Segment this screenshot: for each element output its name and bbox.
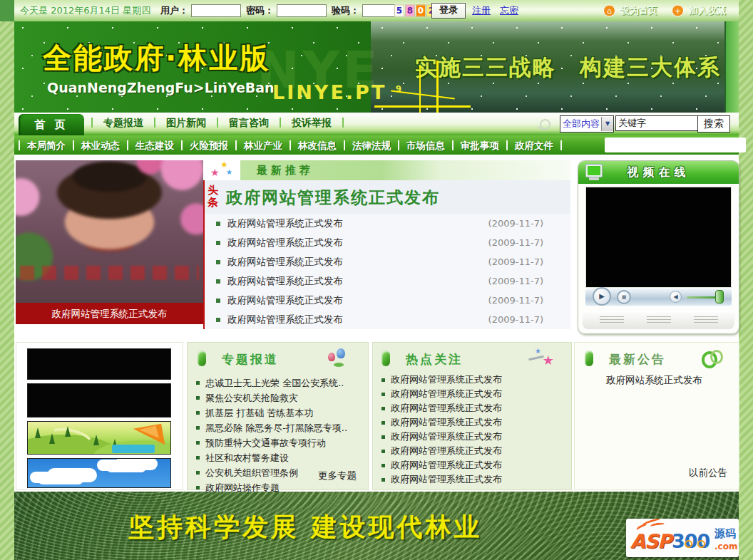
register-link[interactable]: 注册 — [472, 4, 491, 17]
nav-item-laws[interactable]: 法律法规 — [344, 140, 398, 150]
nav-item-message-consult[interactable]: 留言咨询 — [217, 118, 280, 128]
corner-block — [0, 0, 14, 21]
bullet-icon — [216, 318, 220, 322]
nav-item-approval[interactable]: 审批事项 — [452, 140, 506, 150]
asp300-cn: 源码 — [714, 527, 736, 541]
more-topics-link[interactable]: 更多专题 — [318, 470, 357, 482]
headline-tag: 头条 — [207, 185, 219, 209]
ad-banner-black-2[interactable] — [27, 383, 171, 418]
deco-line — [374, 105, 471, 108]
current-date: 今天是 2012年6月14日 星期四 — [20, 4, 150, 17]
hot-item[interactable]: 政府网站管理系统正式发布 — [381, 387, 565, 401]
bullet-icon — [196, 426, 200, 430]
ad-banner-sky[interactable] — [27, 458, 171, 488]
secondary-nav: 本局简介 林业动态 生态建设 火险预报 林业产业 林改信息 法律法规 市场信息 … — [14, 135, 739, 155]
hot-item[interactable]: 政府网站管理系统正式发布 — [381, 458, 565, 472]
topic-item[interactable]: 黑恶必除 除恶务尽-打黑除恶专项.. — [196, 420, 362, 435]
hot-item[interactable]: 政府网站管理系统正式发布 — [381, 472, 565, 487]
hot-item[interactable]: 政府网站管理系统正式发布 — [381, 415, 565, 430]
play-button[interactable]: ▶ — [593, 287, 611, 306]
nav-item-fire-forecast[interactable]: 火险预报 — [181, 140, 235, 150]
topic-item[interactable]: 聚焦公安机关抢险救灾 — [196, 390, 362, 405]
ring-icon — [697, 540, 705, 548]
hot-item[interactable]: 政府网站管理系统正式发布 — [381, 444, 565, 458]
username-label: 用户： — [160, 4, 188, 17]
nav-item-forestry-news[interactable]: 林业动态 — [73, 140, 127, 150]
stop-button[interactable]: ■ — [617, 290, 631, 304]
hot-focus-panel: 热点关注 ★★ 政府网站管理系统正式发布 政府网站管理系统正式发布 政府网站管理… — [372, 342, 572, 490]
notice-item[interactable]: 政府网站系统正式发布 — [606, 374, 702, 387]
pill-icon — [585, 351, 593, 366]
nav-item-ecology[interactable]: 生态建设 — [127, 140, 181, 150]
news-item[interactable]: 政府网站管理系统正式发布(2009-11-7) — [205, 233, 570, 252]
hot-focus-header: 热点关注 ★★ — [373, 350, 571, 370]
hot-item[interactable]: 政府网站管理系统正式发布 — [381, 401, 565, 415]
username-input[interactable] — [191, 4, 241, 17]
news-item[interactable]: 政府网站管理系统正式发布(2009-11-7) — [205, 271, 570, 291]
set-home-link[interactable]: 设为首页 — [620, 4, 657, 17]
captcha-digit: 5 — [394, 5, 404, 17]
topic-item[interactable]: 忠诚卫士无上光荣 全国公安系统.. — [196, 375, 362, 390]
panel-title: 专题报道 — [222, 351, 279, 368]
news-item[interactable]: 政府网站管理系统正式发布(2009-11-7) — [205, 214, 570, 233]
ad-banner-black-1[interactable] — [27, 348, 171, 380]
forgot-password-link[interactable]: 忘密 — [500, 4, 518, 17]
nav-item-special-reports[interactable]: 专题报道 — [91, 118, 154, 128]
search-category-select[interactable]: 全部内容 ▼ — [560, 115, 614, 133]
bullet-icon — [196, 471, 200, 475]
nav-item-market-info[interactable]: 市场信息 — [398, 140, 452, 150]
tree-icon — [65, 426, 71, 437]
topic-item[interactable]: 社区和农村警务建设 — [196, 450, 362, 465]
ad-banner-cartoon[interactable] — [27, 421, 171, 455]
asp300-watermark: ASP 300 源码 .com — [626, 519, 739, 557]
add-favorite-link[interactable]: 加入收藏 — [689, 4, 726, 17]
news-item[interactable]: 政府网站管理系统正式发布(2009-11-7) — [205, 291, 570, 310]
hot-list: 政府网站管理系统正式发布 政府网站管理系统正式发布 政府网站管理系统正式发布 政… — [381, 373, 565, 487]
nav-item-bureau-intro[interactable]: 本局简介 — [19, 140, 73, 150]
forestry-portal-page: 今天是 2012年6月14日 星期四 用户： 密码： 验码： 5 8 0 2 登… — [0, 0, 753, 560]
panel-title: 最新推荐 — [257, 160, 314, 180]
panel-title: 最新公告 — [609, 351, 666, 368]
speaker-icon[interactable]: ◀ — [670, 291, 682, 303]
tab-home[interactable]: 首 页 — [19, 114, 84, 135]
hot-item[interactable]: 政府网站管理系统正式发布 — [381, 430, 565, 444]
headline-link[interactable]: 政府网站管理系统正式发布 — [226, 187, 440, 209]
search-button[interactable]: 搜索 — [697, 115, 730, 133]
bullet-icon — [381, 421, 385, 425]
topic-item[interactable]: 抓基层 打基础 苦练基本功 — [196, 405, 362, 420]
cloud-shape — [106, 462, 146, 472]
nav-item-gov-documents[interactable]: 政府文件 — [506, 140, 562, 150]
news-item[interactable]: 政府网站管理系统正式发布(2009-11-7) — [205, 252, 570, 271]
grip-icon — [647, 316, 671, 323]
search-input[interactable] — [615, 115, 698, 131]
nav-item-complaints[interactable]: 投诉举报 — [280, 118, 344, 128]
megaphone-icon — [702, 350, 723, 368]
password-label: 密码： — [246, 4, 274, 17]
volume-slider[interactable] — [715, 290, 724, 304]
login-button[interactable]: 登录 — [431, 3, 466, 19]
hot-item[interactable]: 政府网站管理系统正式发布 — [381, 373, 565, 387]
banner-watermark: LINYE.PT 9 — [272, 81, 404, 103]
nav-item-reform-info[interactable]: 林改信息 — [290, 140, 344, 150]
plus-icon: + — [672, 5, 684, 17]
password-input[interactable] — [277, 4, 327, 17]
captcha-label: 验码： — [332, 4, 359, 17]
news-item[interactable]: 政府网站管理系统正式发布(2009-11-7) — [205, 310, 570, 329]
bullet-icon — [196, 456, 200, 460]
topic-item[interactable]: 预防重特大交通事故专项行动 — [196, 435, 362, 450]
pill-icon — [381, 351, 390, 366]
bullet-icon — [216, 241, 220, 245]
nav-item-forestry-industry[interactable]: 林业产业 — [235, 140, 290, 150]
video-screen[interactable] — [585, 187, 732, 288]
bullet-icon — [381, 378, 385, 382]
nav-item-photo-news[interactable]: 图片新闻 — [154, 118, 217, 128]
bullet-icon — [196, 486, 200, 489]
site-banner: NYE 全能政府·林业版 QuanNengZhengFu>LinYeBan LI… — [14, 21, 739, 113]
chevron-down-icon[interactable]: ▼ — [601, 117, 613, 131]
previous-notices-link[interactable]: 以前公告 — [689, 467, 727, 479]
hero-photo-card[interactable]: 政府网站管理系统正式发布 — [16, 160, 203, 324]
hero-caption[interactable]: 政府网站管理系统正式发布 — [16, 303, 203, 324]
latest-notice-header: 最新公告 — [575, 350, 739, 370]
nav-announcement-box — [605, 138, 746, 152]
captcha-input[interactable] — [362, 4, 395, 17]
